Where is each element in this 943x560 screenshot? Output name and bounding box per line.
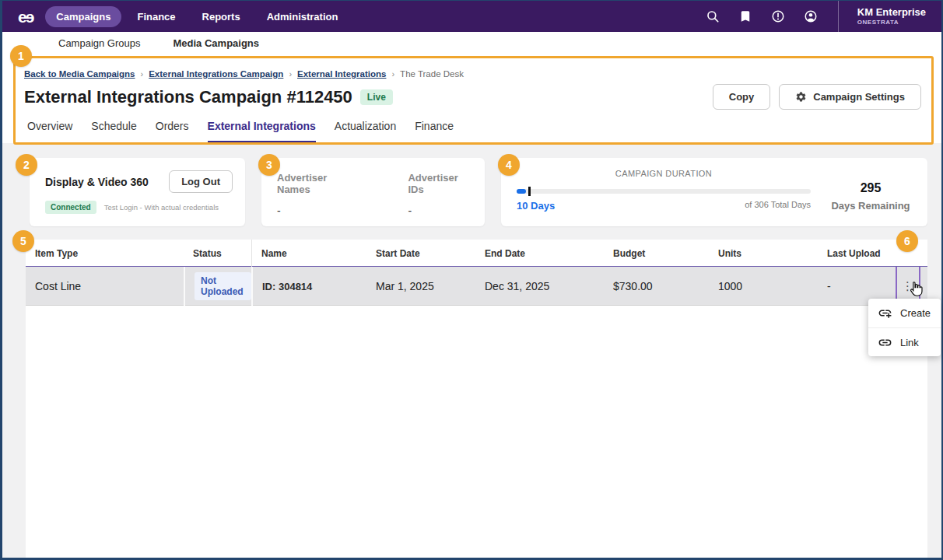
mediaocean-logo: eɘ — [18, 9, 33, 25]
cell-status: Not Uploaded — [184, 267, 251, 306]
duration-progress-bar — [517, 189, 811, 194]
primary-nav: Campaigns Finance Reports Administration — [45, 6, 349, 27]
nav-item-campaigns[interactable]: Campaigns — [45, 6, 121, 27]
breadcrumb-integrations-link[interactable]: External Integrations — [297, 69, 386, 79]
column-header-actions — [888, 240, 927, 267]
log-out-button[interactable]: Log Out — [169, 170, 233, 193]
alert-icon[interactable] — [771, 9, 785, 23]
nav-item-reports[interactable]: Reports — [191, 6, 251, 27]
breadcrumb-current: The Trade Desk — [400, 69, 464, 79]
breadcrumb-separator: › — [391, 69, 394, 79]
cell-start-date: Mar 1, 2025 — [366, 267, 475, 306]
column-header-units: Units — [709, 240, 818, 267]
subnav-campaign-groups[interactable]: Campaign Groups — [58, 37, 141, 49]
title-row: External Integrations Campaign #112450 L… — [24, 84, 921, 110]
advertiser-names-label: Advertiser Names — [277, 172, 353, 195]
column-header-item-type: Item Type — [26, 240, 184, 267]
column-header-name: Name — [251, 240, 366, 267]
breadcrumb-back-link[interactable]: Back to Media Campaigns — [24, 69, 135, 79]
secondary-nav: Campaign Groups Media Campaigns — [2, 32, 941, 54]
campaign-settings-label: Campaign Settings — [813, 91, 905, 103]
tab-overview[interactable]: Overview — [27, 120, 72, 143]
subnav-media-campaigns[interactable]: Media Campaigns — [174, 37, 260, 49]
connection-note: Test Login - With actual credentials — [104, 203, 219, 212]
duration-progress-marker — [528, 187, 531, 196]
not-uploaded-badge: Not Uploaded — [195, 272, 251, 300]
advertiser-ids-value: - — [408, 205, 469, 217]
advertiser-names-value: - — [277, 205, 353, 217]
table-row[interactable]: Cost Line Not Uploaded ID: 304814 Mar 1,… — [26, 267, 927, 306]
duration-total-label: of 306 Total Days — [745, 200, 811, 212]
days-remaining-value: 295 — [828, 181, 913, 195]
bookmark-icon[interactable] — [738, 9, 752, 23]
advertiser-names-block: Advertiser Names - — [277, 172, 353, 212]
cell-name: ID: 304814 — [251, 267, 366, 306]
connected-badge: Connected — [45, 201, 96, 214]
menu-item-link-label: Link — [900, 337, 919, 348]
summary-cards: Display & Video 360 Log Out Connected Te… — [2, 143, 941, 240]
app-window: eɘ Campaigns Finance Reports Administrat… — [0, 0, 943, 560]
navbar-divider — [838, 1, 839, 32]
days-remaining-block: 295 Days Remaining — [828, 169, 913, 217]
items-table: Item Type Status Name Start Date End Dat… — [26, 240, 927, 558]
advertiser-ids-label: Advertiser IDs — [408, 172, 469, 195]
search-icon[interactable] — [706, 9, 720, 23]
top-navbar: eɘ Campaigns Finance Reports Administrat… — [2, 1, 941, 32]
cell-end-date: Dec 31, 2025 — [475, 267, 604, 306]
breadcrumb-separator: › — [141, 69, 144, 79]
column-header-end-date: End Date — [475, 240, 604, 267]
duration-progress-fill — [517, 189, 526, 194]
duration-title: CAMPAIGN DURATION — [517, 169, 811, 178]
column-header-budget: Budget — [604, 240, 709, 267]
campaign-header: Back to Media Campaigns › External Integ… — [2, 54, 941, 143]
items-table-section: Item Type Status Name Start Date End Dat… — [2, 240, 941, 558]
tab-orders[interactable]: Orders — [156, 120, 189, 143]
campaign-settings-button[interactable]: Campaign Settings — [779, 84, 921, 110]
link-plus-icon — [878, 306, 892, 320]
nav-item-administration[interactable]: Administration — [256, 6, 349, 27]
page-title: External Integrations Campaign #112450 — [24, 87, 352, 107]
breadcrumb: Back to Media Campaigns › External Integ… — [24, 69, 921, 79]
campaign-tabs: Overview Schedule Orders External Integr… — [24, 120, 921, 143]
duration-elapsed-label: 10 Days — [517, 200, 555, 212]
account-icon[interactable] — [804, 9, 818, 23]
column-header-last-upload: Last Upload — [818, 240, 888, 267]
campaign-duration-card: CAMPAIGN DURATION 10 Days of 306 Total D… — [501, 158, 927, 226]
account-name: KM Enterprise — [857, 6, 926, 19]
live-status-badge: Live — [360, 89, 393, 105]
tab-actualization[interactable]: Actualization — [335, 120, 396, 143]
cell-budget: $730.00 — [604, 267, 709, 306]
account-switcher[interactable]: KM Enterprise ONESTRATA — [857, 6, 929, 26]
column-header-status: Status — [184, 240, 251, 267]
menu-item-create[interactable]: Create — [868, 299, 941, 327]
days-remaining-label: Days Remaining — [828, 200, 913, 212]
menu-item-link[interactable]: Link — [868, 327, 941, 356]
column-header-start-date: Start Date — [366, 240, 475, 267]
table-empty-area — [26, 306, 927, 558]
nav-item-finance[interactable]: Finance — [126, 6, 186, 27]
header-actions: Copy Campaign Settings — [713, 84, 921, 110]
account-org: ONESTRATA — [857, 19, 926, 26]
duration-progress-block: CAMPAIGN DURATION 10 Days of 306 Total D… — [517, 169, 811, 217]
tab-finance[interactable]: Finance — [415, 120, 454, 143]
advertiser-ids-block: Advertiser IDs - — [408, 172, 469, 212]
tab-external-integrations[interactable]: External Integrations — [208, 120, 316, 143]
cell-item-type: Cost Line — [26, 267, 184, 306]
gear-icon — [795, 91, 807, 103]
breadcrumb-separator: › — [289, 69, 292, 79]
tab-schedule[interactable]: Schedule — [91, 120, 136, 143]
table-header-row: Item Type Status Name Start Date End Dat… — [26, 240, 927, 267]
advertiser-card: Advertiser Names - Advertiser IDs - — [261, 158, 485, 226]
row-actions-menu: Create Link — [868, 299, 941, 356]
cell-units: 1000 — [709, 267, 818, 306]
link-icon — [878, 335, 892, 350]
connection-card: Display & Video 360 Log Out Connected Te… — [30, 158, 245, 226]
breadcrumb-campaign-link[interactable]: External Integrations Campaign — [149, 69, 283, 79]
navbar-right: KM Enterprise ONESTRATA — [706, 1, 929, 32]
copy-button[interactable]: Copy — [713, 84, 771, 110]
menu-item-create-label: Create — [900, 307, 931, 319]
connection-title: Display & Video 360 — [45, 176, 149, 188]
